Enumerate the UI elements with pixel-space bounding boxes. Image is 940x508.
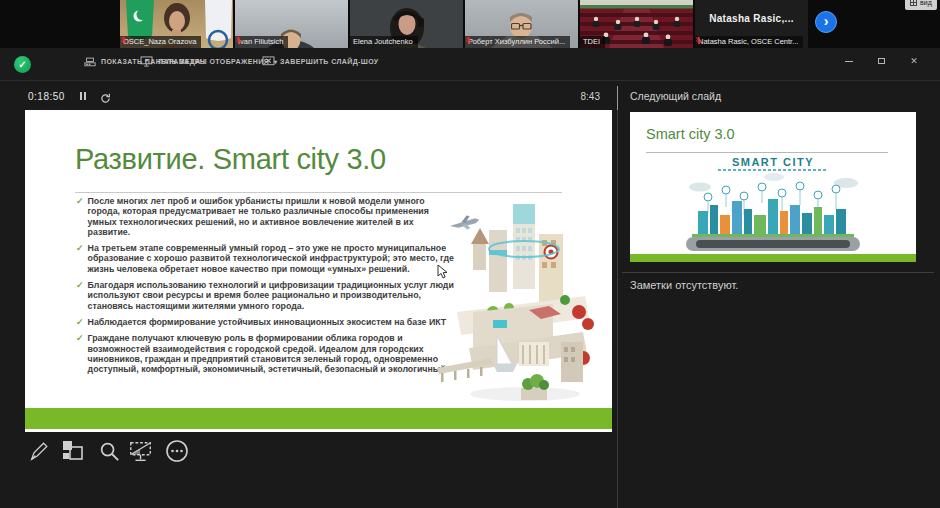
restore-button[interactable] bbox=[868, 52, 894, 70]
bullet-text: После многих лет проб и ошибок урбанисты… bbox=[88, 196, 454, 237]
check-icon: ✓ bbox=[76, 243, 84, 274]
pen-tool-button[interactable] bbox=[26, 437, 52, 465]
next-participants-button[interactable]: › bbox=[815, 11, 837, 33]
bullet-item: ✓ Граждане получают ключевую роль в форм… bbox=[76, 333, 454, 374]
notes-text: Заметки отсутствуют. bbox=[630, 279, 738, 291]
view-button-label: вид bbox=[920, 0, 932, 6]
participant-name: OSCE_Naza Orazova bbox=[123, 38, 196, 46]
close-button[interactable]: ✕ bbox=[901, 52, 927, 70]
video-strip: OSCE_Naza Orazova bbox=[0, 0, 940, 48]
magnifier-icon bbox=[98, 440, 121, 463]
participant-tile-naza[interactable]: OSCE_Naza Orazova bbox=[120, 0, 233, 48]
participant-tile-robert[interactable]: Роберт Хизбуллин Россий... bbox=[465, 0, 578, 48]
bullet-item: ✓ Благодаря использованию технологий и ц… bbox=[76, 280, 454, 311]
display-icon bbox=[140, 56, 153, 67]
participant-name: Ivan Filiutsich bbox=[238, 38, 283, 46]
minimize-icon bbox=[845, 61, 853, 62]
smart-city-illustration bbox=[433, 192, 613, 407]
bullet-item: ✓ Наблюдается формирование устойчивых ин… bbox=[76, 317, 454, 327]
participant-label: TDEI bbox=[580, 36, 605, 49]
participant-tile-natasha[interactable]: Natasha Rasic,... Natasha Rasic, OSCE Ce… bbox=[695, 0, 808, 48]
mic-off-icon bbox=[120, 36, 127, 45]
current-slide[interactable]: Развитие. Smart city 3.0 ✓ После многих … bbox=[25, 110, 612, 432]
bullet-text: Граждане получают ключевую роль в формир… bbox=[88, 333, 454, 374]
participant-tile-tdei[interactable]: TDEI bbox=[580, 0, 693, 48]
next-slide-thumbnail[interactable]: Smart city 3.0 SMART CITY bbox=[630, 112, 916, 262]
participant-label: Ivan Filiutsich bbox=[235, 36, 288, 49]
pause-timer-button[interactable] bbox=[80, 92, 86, 100]
mic-off-icon bbox=[465, 36, 472, 45]
display-settings-label: ПАРАМЕТРЫ ОТОБРАЖЕНИЯ bbox=[158, 58, 269, 65]
grid-view-icon bbox=[910, 0, 917, 6]
restart-icon bbox=[100, 93, 111, 104]
chevron-right-icon: › bbox=[824, 14, 829, 28]
end-slideshow-button[interactable]: ЗАВЕРШИТЬ СЛАЙД-ШОУ bbox=[262, 56, 379, 67]
check-icon: ✓ bbox=[76, 333, 84, 374]
end-slideshow-icon bbox=[262, 56, 275, 67]
participant-name: TDEI bbox=[583, 38, 600, 46]
slide-sorter-icon bbox=[61, 439, 85, 463]
next-slide-accent-bar bbox=[630, 254, 916, 262]
elapsed-timer: 0:18:50 bbox=[28, 91, 65, 102]
restore-icon bbox=[878, 58, 885, 64]
slide-bullet-list: ✓ После многих лет проб и ошибок урбанис… bbox=[76, 196, 454, 380]
participant-name: Natasha Rasic, OSCE Centr... bbox=[698, 38, 798, 46]
participant-name: Elena Joutchenko bbox=[353, 38, 413, 46]
restart-timer-button[interactable] bbox=[100, 90, 111, 108]
close-icon: ✕ bbox=[910, 56, 918, 66]
mic-off-icon bbox=[695, 36, 702, 45]
notes-divider bbox=[622, 272, 934, 273]
shield-check-icon: ✓ bbox=[14, 56, 31, 73]
participant-label: Роберт Хизбуллин Россий... bbox=[465, 36, 570, 49]
bullet-text: Благодаря использованию технологий и циф… bbox=[88, 280, 454, 311]
pen-icon bbox=[28, 439, 50, 463]
check-icon: ✓ bbox=[76, 196, 84, 237]
bullet-item: ✓ На третьем этапе современный умный гор… bbox=[76, 243, 454, 274]
ellipsis-circle-icon bbox=[165, 439, 189, 463]
bullet-text: Наблюдается формирование устойчивых инно… bbox=[88, 317, 447, 327]
airplane-icon bbox=[449, 214, 481, 232]
next-slide-illustration: SMART CITY bbox=[678, 156, 868, 257]
view-button[interactable]: вид bbox=[905, 0, 937, 10]
check-icon: ✓ bbox=[76, 317, 84, 327]
participant-label: Natasha Rasic, OSCE Centr... bbox=[695, 36, 803, 49]
next-slide-title: Smart city 3.0 bbox=[646, 126, 735, 142]
participant-name: Роберт Хизбуллин Россий... bbox=[468, 38, 565, 46]
smart-city-thumb-art bbox=[678, 171, 868, 253]
participant-tile-elena[interactable]: Elena Joutchenko bbox=[350, 0, 463, 48]
more-tools-button[interactable] bbox=[164, 437, 190, 465]
bullet-item: ✓ После многих лет проб и ошибок урбанис… bbox=[76, 196, 454, 237]
taskbar-icon bbox=[84, 56, 96, 67]
zoom-tool-button[interactable] bbox=[96, 437, 122, 465]
minimize-button[interactable] bbox=[836, 52, 862, 70]
display-settings-button[interactable]: ПАРАМЕТРЫ ОТОБРАЖЕНИЯ ▾ bbox=[140, 56, 278, 67]
next-slide-header: Следующий слайд bbox=[630, 90, 721, 102]
participant-tile-ivan[interactable]: Ivan Filiutsich bbox=[235, 0, 348, 48]
pane-divider[interactable] bbox=[617, 86, 618, 508]
black-screen-button[interactable] bbox=[128, 437, 154, 465]
slide-accent-bar bbox=[25, 408, 612, 429]
participant-label: OSCE_Naza Orazova bbox=[120, 36, 201, 49]
smart-city-caption: SMART CITY bbox=[678, 156, 868, 168]
mouse-cursor bbox=[437, 264, 449, 280]
presenter-view-window: OSCE_Naza Orazova bbox=[0, 0, 940, 508]
see-all-slides-button[interactable] bbox=[60, 437, 86, 465]
next-slide-title-underline bbox=[646, 152, 888, 153]
check-icon: ✓ bbox=[76, 280, 84, 311]
participant-display-name: Natasha Rasic,... bbox=[695, 13, 808, 24]
blank-screen-icon bbox=[128, 439, 154, 464]
mic-off-icon bbox=[235, 36, 242, 45]
bullet-text: На третьем этапе современный умный город… bbox=[88, 243, 454, 274]
slide-title: Развитие. Smart city 3.0 bbox=[75, 143, 386, 176]
clock-time: 8:43 bbox=[560, 91, 600, 102]
end-slideshow-label: ЗАВЕРШИТЬ СЛАЙД-ШОУ bbox=[280, 58, 379, 65]
participant-label: Elena Joutchenko bbox=[350, 36, 418, 49]
